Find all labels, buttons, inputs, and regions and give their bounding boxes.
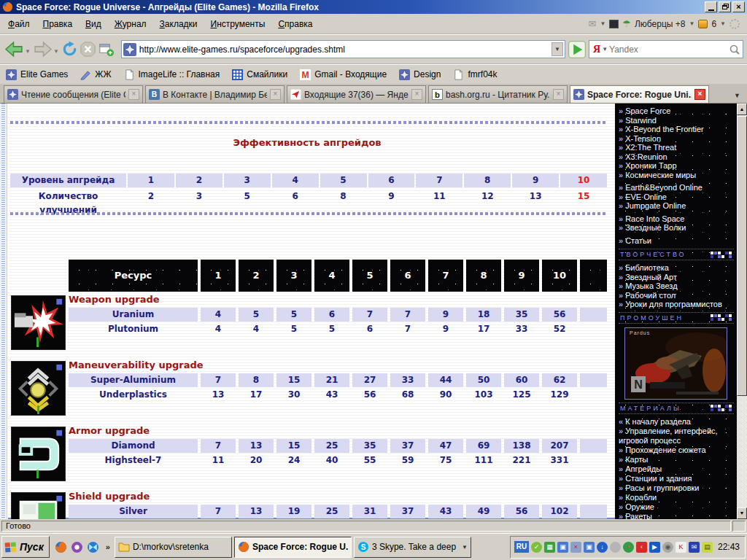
sidebar-link[interactable]: »Апгрейды <box>619 464 735 474</box>
network-places-icon[interactable]: ▣ <box>557 542 568 553</box>
forward-history-dropdown[interactable]: ▼ <box>53 48 59 55</box>
sidebar-link[interactable]: »Рабочий стол <box>619 291 735 300</box>
sidebar-link[interactable]: »Ракеты <box>619 512 735 520</box>
mail-count[interactable]: 6 <box>711 19 716 29</box>
mail-notifier-icon[interactable]: ✉ <box>689 542 700 553</box>
close-button[interactable]: × <box>732 1 745 12</box>
bookmark-item[interactable]: ImageLife :: Главная <box>124 69 220 80</box>
sidebar-link[interactable]: »Статьи <box>619 236 735 246</box>
webmoney-icon[interactable]: ▤ <box>702 542 713 553</box>
sidebar-link[interactable]: »Starwind <box>619 116 735 125</box>
start-button[interactable]: Пуск <box>1 536 50 558</box>
icq-quicklaunch-icon[interactable] <box>71 541 83 553</box>
shield-upgrade-icon[interactable] <box>11 492 66 519</box>
go-button[interactable] <box>568 41 586 58</box>
tab-2[interactable]: Входящие 37(36) — Яндек...× <box>287 85 426 103</box>
bookmark-item[interactable]: MGmail - Входящие <box>300 69 387 80</box>
promo-banner[interactable]: N Pardus <box>624 327 727 400</box>
skype-online-icon[interactable]: ✓ <box>531 542 542 553</box>
back-history-dropdown[interactable]: ▼ <box>25 48 31 55</box>
bookmark-item[interactable]: fmrf04k <box>453 69 497 80</box>
sidebar-link[interactable]: »Библиотека <box>619 263 735 273</box>
url-dropdown-icon[interactable]: ▼ <box>551 42 563 56</box>
firefox-quicklaunch-icon[interactable] <box>55 541 67 553</box>
reload-button[interactable] <box>61 41 78 58</box>
tab-0[interactable]: Чтение сообщения (Elite G...× <box>4 85 143 103</box>
sidebar-link[interactable]: »Расы и группировки <box>619 483 735 493</box>
sidebar-link[interactable]: »Space Force <box>619 106 735 116</box>
local-network-icon[interactable]: ▣ <box>584 542 595 553</box>
sidebar-link[interactable]: »Станции и здания <box>619 474 735 483</box>
sidebar-link[interactable]: »Карты <box>619 455 735 464</box>
kaspersky-icon[interactable]: K <box>676 542 686 553</box>
quicklaunch-overflow-icon[interactable]: » <box>106 542 110 551</box>
download-manager-icon[interactable]: ↓ <box>597 542 608 553</box>
tab-close-icon[interactable]: × <box>411 89 422 100</box>
scroll-down-icon[interactable]: ▼ <box>737 508 747 519</box>
punto-switcher-icon[interactable]: ‹ <box>636 542 647 553</box>
minimize-button[interactable] <box>705 1 717 12</box>
mail-envelope-icon[interactable]: ✉ <box>589 18 597 29</box>
tab-4[interactable]: Space Force: Rogue Uni...× <box>570 85 709 103</box>
tab-close-icon[interactable]: × <box>128 89 139 100</box>
language-indicator[interactable]: RU <box>514 541 529 553</box>
back-button[interactable] <box>4 39 24 59</box>
volume-disc-icon[interactable]: ◉ <box>662 542 673 553</box>
yandex-engine-icon[interactable]: Я <box>592 44 602 55</box>
sidebar-link[interactable]: »Оружие <box>619 502 735 512</box>
weather-label[interactable]: Люберцы +8 <box>635 19 685 29</box>
sidebar-link[interactable]: »Космические миры <box>619 171 735 180</box>
taskbar-task-1[interactable]: Space Force: Rogue U... <box>234 537 352 558</box>
tab-close-icon[interactable]: × <box>694 89 705 100</box>
new-window-button[interactable] <box>98 41 115 58</box>
sidebar-link[interactable]: »Звездный Арт <box>619 273 735 282</box>
sidebar-link[interactable]: »EVE Online <box>619 192 735 202</box>
scroll-up-icon[interactable]: ▲ <box>737 104 747 115</box>
menu-item-2[interactable]: Вид <box>79 17 108 31</box>
chevron-down-icon[interactable]: ▼ <box>600 20 605 27</box>
sidebar-link[interactable]: »Jumpgate Online <box>619 201 735 211</box>
maneuverability-upgrade-icon[interactable] <box>11 361 66 416</box>
tab-list-dropdown[interactable]: ▼ <box>731 88 743 103</box>
sidebar-link[interactable]: »Музыка Звезд <box>619 281 735 291</box>
sidebar-link[interactable]: »Звездные Волки <box>619 223 735 233</box>
bookmark-item[interactable]: Design <box>399 69 441 80</box>
bookmark-item[interactable]: Elite Games <box>6 69 68 80</box>
tab-1[interactable]: ВВ Контакте | Владимир Бе...× <box>145 85 285 103</box>
armor-upgrade-icon[interactable] <box>11 427 66 481</box>
chevron-down-icon[interactable]: ▼ <box>689 20 694 27</box>
sidebar-link[interactable]: »X2:The Threat <box>619 143 735 152</box>
globe-tracker-icon[interactable]: • <box>623 542 634 553</box>
weapon-upgrade-icon[interactable] <box>11 295 66 350</box>
sidebar-link[interactable]: »Корабли <box>619 493 735 502</box>
vertical-scrollbar[interactable]: ▲ ▼ <box>737 104 747 519</box>
menu-item-5[interactable]: Инструменты <box>204 17 272 31</box>
search-icon[interactable] <box>729 44 740 55</box>
search-engine-dropdown[interactable]: ▼ <box>602 46 608 52</box>
menu-item-3[interactable]: Журнал <box>108 17 153 31</box>
chevron-down-icon[interactable]: ▼ <box>720 20 726 27</box>
sidebar-link[interactable]: »Управление, интерфейс, игровой процесс <box>619 427 735 446</box>
sidebar-link[interactable]: »Earth&Beyond Online <box>619 183 735 192</box>
sidebar-link[interactable]: »Хроники Тарр <box>619 161 735 171</box>
sidebar-link[interactable]: »X-Beyond the Frontier <box>619 125 735 134</box>
stop-button[interactable] <box>80 41 96 58</box>
menu-item-6[interactable]: Справка <box>271 17 319 31</box>
taskbar-task-2[interactable]: S3 Skype. Take a deep ...▼ <box>354 537 471 558</box>
gray-sphere-icon[interactable] <box>610 542 621 553</box>
sidebar-link[interactable]: »Уроки для программистов <box>619 300 735 309</box>
tab-close-icon[interactable]: × <box>270 89 281 100</box>
sidebar-link[interactable]: »X3:Reunion <box>619 152 735 162</box>
restore-button[interactable] <box>719 1 731 12</box>
bookmark-item[interactable]: ЖЖ <box>80 69 111 80</box>
search-input[interactable] <box>608 44 729 55</box>
media-player-icon[interactable]: ▶ <box>649 542 660 553</box>
network-disconnected-icon[interactable]: × <box>570 542 581 553</box>
sidebar-link[interactable]: »Прохождение сюжета <box>619 446 735 455</box>
tab-3[interactable]: bbash.org.ru - Цитатник Ру...× <box>428 85 568 103</box>
url-input[interactable] <box>136 44 551 55</box>
menu-item-1[interactable]: Правка <box>36 17 80 31</box>
messenger-quicklaunch-icon[interactable] <box>87 541 99 553</box>
menu-item-0[interactable]: Файл <box>1 17 36 31</box>
scrollbar-thumb[interactable] <box>737 116 747 396</box>
